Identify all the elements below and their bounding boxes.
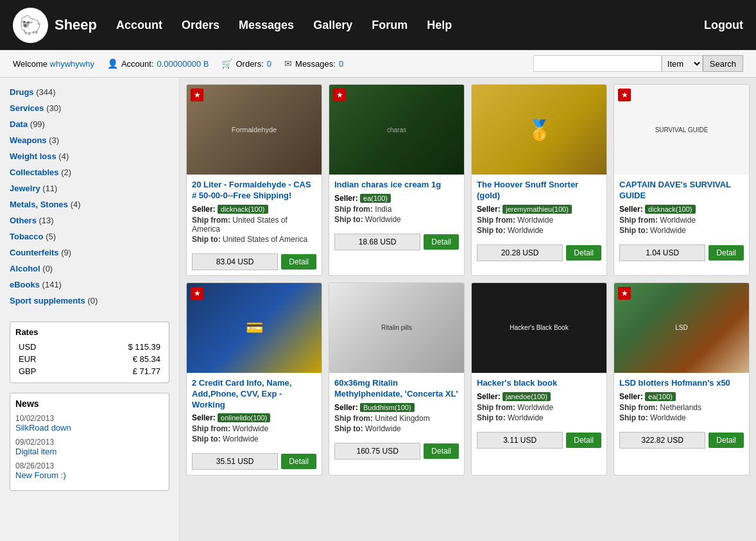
seller-badge: ea(100)	[360, 194, 391, 203]
sidebar-category-others[interactable]: Others (13)	[10, 212, 169, 228]
sidebar-category-counterfeits[interactable]: Counterfeits (9)	[10, 245, 169, 261]
product-image: Formaldehyde	[187, 85, 322, 175]
product-title[interactable]: 20 Liter - Formaldehyde - CAS # 50-00-0-…	[192, 180, 316, 202]
product-image: 💳	[187, 283, 322, 373]
detail-button[interactable]: Detail	[709, 433, 744, 448]
sidebar-category-ebooks[interactable]: eBooks (141)	[10, 277, 169, 293]
products-area: ★ Formaldehyde 20 Liter - Formaldehyde -…	[180, 78, 756, 541]
rate-row-gbp: GBP£ 71.77	[15, 365, 164, 377]
product-image: LSD	[614, 283, 749, 373]
product-ship-from: Ship from: United States of America	[192, 216, 316, 234]
product-card-p1: ★ Formaldehyde 20 Liter - Formaldehyde -…	[186, 84, 322, 276]
product-card-p7: Hacker's Black Book Hacker's black book …	[471, 282, 607, 476]
product-title[interactable]: LSD blotters Hofmann's x50	[619, 378, 744, 389]
news-title: News	[15, 399, 164, 409]
product-footer: 35.51 USD Detail	[187, 450, 322, 475]
sidebar-category-jewelry[interactable]: Jewelry (11)	[10, 180, 169, 196]
product-info: Indian charas ice cream 1g Seller: ea(10…	[329, 175, 464, 230]
seller-badge: ea(100)	[645, 392, 676, 401]
product-title[interactable]: Indian charas ice cream 1g	[334, 180, 459, 191]
detail-button[interactable]: Detail	[566, 433, 601, 448]
search-type-select[interactable]: Item Seller	[662, 55, 703, 72]
product-footer: 20.28 USD Detail	[472, 241, 606, 266]
sidebar-category-data[interactable]: Data (99)	[10, 116, 169, 132]
price-button[interactable]: 83.04 USD	[192, 253, 278, 270]
featured-star: ★	[191, 287, 203, 300]
username-link[interactable]: whywhywhy	[50, 59, 94, 69]
product-card-p2: ★ charas Indian charas ice cream 1g Sell…	[329, 84, 465, 276]
price-button[interactable]: 1.04 USD	[619, 245, 705, 261]
product-image: charas	[329, 85, 464, 175]
search-input[interactable]	[533, 55, 662, 72]
product-info: 2 Credit Card Info, Name, Add,Phone, CVV…	[187, 373, 322, 451]
detail-button[interactable]: Detail	[566, 245, 601, 261]
seller-badge: onlinelido(100)	[218, 413, 270, 422]
product-title[interactable]: CAPTAIN DAVE's SURVIVAL GUIDE	[619, 180, 744, 202]
sidebar-category-services[interactable]: Services (30)	[10, 100, 169, 116]
nav-gallery[interactable]: Gallery	[313, 19, 352, 32]
product-ship-from: Ship from: United Kingdom	[334, 414, 459, 423]
seller-badge: dicknack(100)	[218, 205, 268, 214]
news-link[interactable]: SilkRoad down	[15, 423, 164, 433]
product-seller: Seller: janedoe(100)	[477, 392, 601, 401]
sidebar-category-metals,-stones[interactable]: Metals, Stones (4)	[10, 196, 169, 212]
product-info: LSD blotters Hofmann's x50 Seller: ea(10…	[614, 373, 749, 429]
price-button[interactable]: 322.82 USD	[619, 432, 705, 449]
product-footer: 83.04 USD Detail	[187, 250, 322, 275]
product-seller: Seller: ea(100)	[334, 194, 459, 203]
nav-forum[interactable]: Forum	[372, 19, 408, 32]
product-image: SURVIVAL GUIDE	[614, 85, 749, 175]
price-button[interactable]: 35.51 USD	[192, 453, 278, 470]
sidebar-category-drugs[interactable]: Drugs (344)	[10, 84, 169, 100]
subheader: Welcome whywhywhy 👤 Account: 0.00000000 …	[0, 50, 756, 78]
sidebar-category-weight-loss[interactable]: Weight loss (4)	[10, 148, 169, 164]
product-ship-to: Ship to: Worldwide	[619, 226, 744, 235]
detail-button[interactable]: Detail	[424, 234, 459, 250]
logo-icon: 🐑	[13, 8, 48, 43]
product-ship-to: Ship to: Worldwide	[192, 434, 316, 443]
sidebar-category-collectables[interactable]: Collectables (2)	[10, 164, 169, 180]
nav-messages[interactable]: Messages	[239, 19, 294, 32]
product-title[interactable]: The Hoover Snuff Snorter (gold)	[477, 180, 601, 202]
orders-info: 🛒 Orders: 0	[221, 58, 271, 69]
news-item: 08/26/2013 New Forum :)	[15, 461, 164, 480]
nav-account[interactable]: Account	[116, 19, 162, 32]
messages-count[interactable]: 0	[339, 59, 343, 69]
product-title[interactable]: Hacker's black book	[477, 378, 601, 389]
product-footer: 160.75 USD Detail	[329, 440, 464, 465]
price-button[interactable]: 20.28 USD	[477, 245, 563, 261]
product-ship-to: Ship to: United States of America	[192, 235, 316, 244]
product-image: 🥇	[472, 85, 606, 175]
price-button[interactable]: 18.68 USD	[334, 234, 420, 250]
product-title[interactable]: 60x36mg Ritalin Methylphenidate, 'Concer…	[334, 378, 459, 400]
product-footer: 322.82 USD Detail	[614, 429, 749, 454]
detail-button[interactable]: Detail	[709, 245, 744, 261]
detail-button[interactable]: Detail	[281, 254, 316, 270]
news-link[interactable]: Digital item	[15, 447, 164, 456]
product-ship-to: Ship to: Worldwide	[619, 413, 744, 422]
detail-button[interactable]: Detail	[424, 443, 459, 459]
nav-help[interactable]: Help	[427, 19, 452, 32]
sidebar-category-alcohol[interactable]: Alcohol (0)	[10, 261, 169, 277]
account-icon: 👤	[107, 58, 118, 69]
product-title[interactable]: 2 Credit Card Info, Name, Add,Phone, CVV…	[192, 378, 316, 411]
product-ship-from: Ship from: Worldwide	[477, 403, 601, 412]
product-seller: Seller: dicknack(100)	[192, 205, 316, 214]
product-footer: 18.68 USD Detail	[329, 230, 464, 255]
product-footer: 3.11 USD Detail	[472, 429, 606, 454]
sidebar-category-sport-supplements[interactable]: Sport supplements (0)	[10, 293, 169, 309]
search-button[interactable]: Search	[703, 55, 743, 72]
detail-button[interactable]: Detail	[281, 454, 316, 469]
news-link[interactable]: New Forum :)	[15, 470, 164, 480]
account-balance[interactable]: 0.00000000 B	[157, 59, 209, 69]
category-list: Drugs (344)Services (30)Data (99)Weapons…	[10, 84, 169, 309]
price-button[interactable]: 3.11 USD	[477, 432, 563, 449]
price-button[interactable]: 160.75 USD	[334, 443, 420, 459]
logout-button[interactable]: Logout	[704, 19, 743, 32]
sidebar-category-weapons[interactable]: Weapons (3)	[10, 132, 169, 148]
sidebar-category-tobacco[interactable]: Tobacco (5)	[10, 228, 169, 245]
orders-count[interactable]: 0	[267, 59, 271, 69]
seller-badge: janedoe(100)	[503, 392, 551, 401]
nav-orders[interactable]: Orders	[182, 19, 219, 32]
orders-label: Orders:	[236, 59, 263, 69]
